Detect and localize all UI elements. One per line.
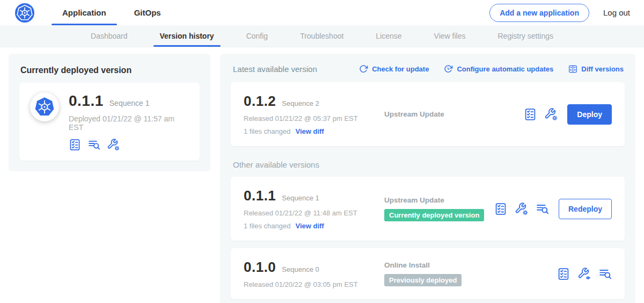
- version-actions: Redeploy: [494, 199, 612, 219]
- currently-deployed-panel: Currently deployed version 0.1.1 Sequenc…: [9, 54, 210, 171]
- deployed-panel-title: Currently deployed version: [20, 66, 200, 75]
- latest-version-list: 0.1.2 Sequence 2 Released 01/21/22 @ 05:…: [231, 82, 625, 146]
- diff-versions-icon: [568, 64, 577, 74]
- top-nav: Application GitOps Add a new application…: [0, 0, 644, 25]
- edit-config-icon[interactable]: [107, 139, 120, 151]
- version-source-column: Upstream Update Currently deployed versi…: [384, 196, 494, 221]
- version-info: 0.1.0 Sequence 0 Released 01/20/22 @ 03:…: [244, 259, 384, 288]
- version-actions: [557, 268, 612, 280]
- sub-nav: Dashboard Version history Config Trouble…: [0, 25, 644, 47]
- latest-version-title: Latest available version: [233, 64, 317, 74]
- files-changed-label: 1 files changed: [244, 127, 290, 135]
- released-timestamp: Released 01/21/22 @ 05:37 pm EST: [244, 114, 384, 122]
- tab-version-history[interactable]: Version history: [159, 25, 215, 47]
- version-source-column: Online Install Previously deployed: [384, 261, 557, 286]
- redeploy-button[interactable]: Redeploy: [559, 199, 612, 219]
- tab-troubleshoot[interactable]: Troubleshoot: [299, 25, 345, 47]
- status-badge: Previously deployed: [384, 274, 462, 286]
- deployed-sequence-label: Sequence 1: [109, 99, 150, 107]
- edit-config-icon[interactable]: [545, 108, 558, 121]
- sequence-label: Sequence 1: [282, 194, 319, 202]
- deploy-logs-icon[interactable]: [599, 268, 612, 280]
- preflight-checks-icon[interactable]: [557, 268, 570, 280]
- app-logo-icon: [30, 92, 59, 121]
- deploy-logs-icon[interactable]: [88, 139, 100, 151]
- version-history-panel: Latest available version Check for updat…: [220, 54, 635, 303]
- deployed-version-actions: [69, 139, 189, 151]
- version-source-label: Online Install: [384, 261, 430, 269]
- tab-registry-settings[interactable]: Registry settings: [497, 25, 554, 47]
- version-card: 0.1.1 Sequence 1 Released 01/21/22 @ 11:…: [231, 177, 625, 241]
- version-number: 0.1.0: [244, 259, 276, 276]
- main-content: Currently deployed version 0.1.1 Sequenc…: [0, 47, 644, 303]
- other-versions-title: Other available versions: [233, 160, 624, 169]
- version-number: 0.1.1: [244, 187, 276, 204]
- top-tab-gitops[interactable]: GitOps: [120, 0, 175, 25]
- version-panel-actions: Check for update Configure automatic upd…: [359, 64, 624, 74]
- preflight-checks-icon[interactable]: [524, 108, 537, 121]
- version-actions: Deploy: [524, 104, 612, 125]
- version-source-column: Upstream Update: [384, 110, 524, 118]
- version-card: 0.1.2 Sequence 2 Released 01/21/22 @ 05:…: [231, 82, 625, 146]
- action-configure-automatic-updates[interactable]: Configure automatic updates: [444, 64, 553, 74]
- tab-config[interactable]: Config: [245, 25, 269, 47]
- action-check-for-update[interactable]: Check for update: [359, 64, 429, 74]
- version-info: 0.1.2 Sequence 2 Released 01/21/22 @ 05:…: [244, 93, 384, 135]
- edit-config-icon[interactable]: [515, 203, 528, 215]
- preflight-checks-icon[interactable]: [494, 203, 507, 215]
- version-card: 0.1.0 Sequence 0 Released 01/20/22 @ 03:…: [231, 248, 625, 299]
- top-tab-application[interactable]: Application: [48, 0, 120, 25]
- version-source-label: Upstream Update: [384, 110, 444, 118]
- version-info: 0.1.1 Sequence 1 Released 01/21/22 @ 11:…: [244, 187, 384, 230]
- deployed-version-number: 0.1.1: [69, 92, 104, 110]
- files-changed-label: 1 files changed: [244, 222, 290, 230]
- sequence-label: Sequence 0: [282, 265, 319, 273]
- tab-license[interactable]: License: [375, 25, 402, 47]
- deployed-version-card: 0.1.1 Sequence 1 Deployed 01/21/22 @ 11:…: [19, 83, 200, 161]
- app-tabs: Application GitOps: [48, 0, 175, 25]
- preflight-checks-icon[interactable]: [69, 139, 81, 151]
- version-number: 0.1.2: [244, 93, 276, 110]
- view-config-icon[interactable]: [578, 268, 591, 280]
- version-source-label: Upstream Update: [384, 196, 444, 204]
- released-timestamp: Released 01/21/22 @ 11:48 am EST: [244, 209, 384, 217]
- tab-view-files[interactable]: View files: [433, 25, 467, 47]
- tab-dashboard[interactable]: Dashboard: [90, 25, 129, 47]
- auto-update-icon: [444, 64, 453, 74]
- view-diff-link[interactable]: View diff: [295, 127, 324, 135]
- check-update-icon: [359, 64, 368, 74]
- other-versions-list: 0.1.1 Sequence 1 Released 01/21/22 @ 11:…: [231, 177, 625, 299]
- action-diff-versions[interactable]: Diff versions: [568, 64, 624, 74]
- status-badge: Currently deployed version: [384, 209, 484, 221]
- kubernetes-logo-icon: [15, 3, 34, 23]
- add-application-button[interactable]: Add a new application: [489, 4, 589, 22]
- deployed-timestamp: Deployed 01/21/22 @ 11:57 am EST: [69, 114, 189, 132]
- view-diff-link[interactable]: View diff: [295, 222, 324, 230]
- sequence-label: Sequence 2: [282, 99, 319, 107]
- released-timestamp: Released 01/20/22 @ 03:05 pm EST: [244, 280, 384, 288]
- deploy-logs-icon[interactable]: [536, 203, 549, 215]
- deploy-button[interactable]: Deploy: [567, 104, 612, 125]
- logout-button[interactable]: Log out: [603, 8, 630, 17]
